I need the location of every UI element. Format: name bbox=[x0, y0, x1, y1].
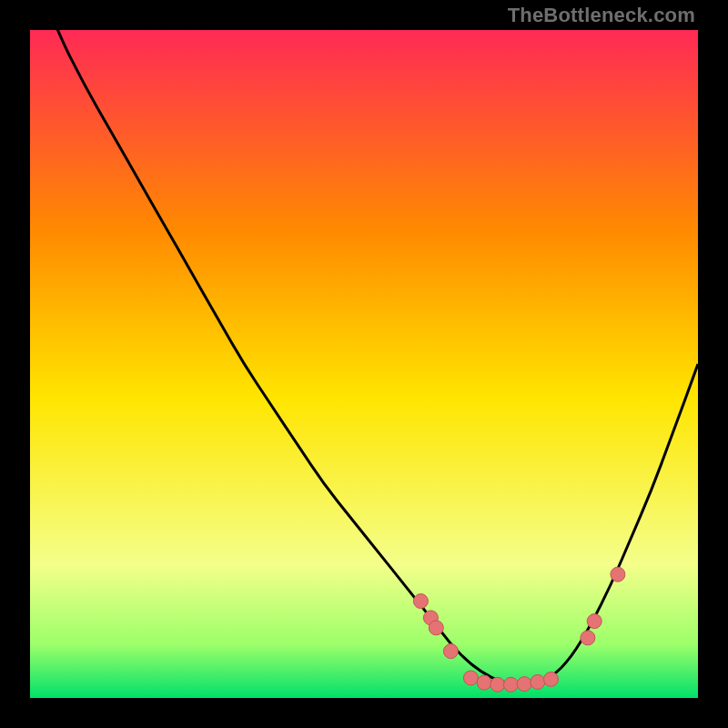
curve-layer bbox=[30, 30, 698, 698]
data-marker bbox=[443, 644, 458, 659]
bottleneck-curve bbox=[30, 30, 698, 684]
data-marker bbox=[413, 594, 428, 609]
data-marker bbox=[611, 567, 625, 581]
plot-area bbox=[30, 30, 698, 698]
data-marker bbox=[429, 621, 443, 635]
data-marker bbox=[581, 631, 595, 645]
data-marker bbox=[531, 674, 545, 689]
chart-stage: TheBottleneck.com bbox=[0, 0, 728, 728]
data-marker bbox=[517, 677, 531, 692]
watermark-text: TheBottleneck.com bbox=[508, 5, 695, 25]
data-marker bbox=[587, 614, 602, 629]
data-marker bbox=[463, 671, 478, 685]
data-marker bbox=[504, 677, 519, 692]
data-marker bbox=[544, 672, 559, 686]
data-marker bbox=[490, 677, 505, 692]
marker-group bbox=[413, 567, 625, 692]
data-marker bbox=[477, 675, 491, 690]
